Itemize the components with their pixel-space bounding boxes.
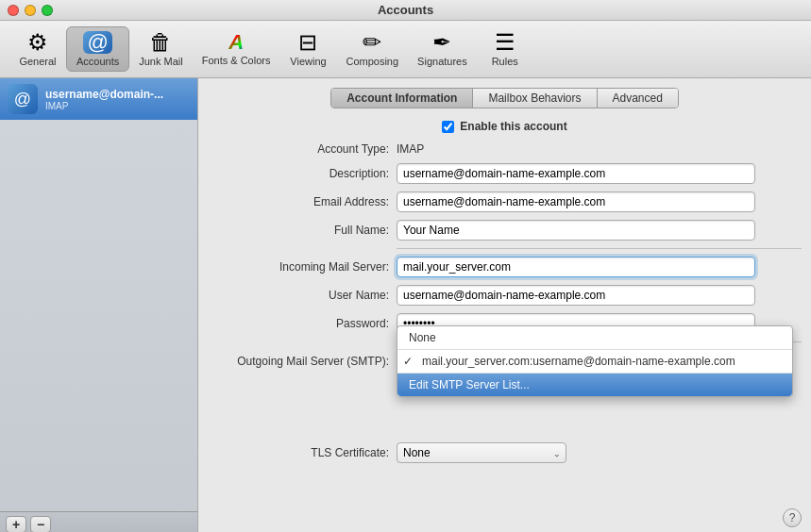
tls-row: TLS Certificate: None	[208, 442, 802, 463]
fullname-row: Full Name:	[208, 220, 802, 241]
description-label: Description:	[208, 167, 397, 180]
form-area: Account Type: IMAP Description: Email Ad…	[208, 142, 802, 527]
account-type-label: Account Type:	[208, 142, 397, 156]
tab-account-information[interactable]: Account Information	[331, 89, 473, 108]
signatures-label: Signatures	[417, 56, 467, 67]
smtp-server-option[interactable]: ✓ mail.your_server.com:username@domain-n…	[397, 350, 792, 373]
tab-bar: Account Information Mailbox Behaviors Ad…	[208, 88, 802, 108]
viewing-icon: ⊟	[298, 31, 317, 54]
smtp-area: Outgoing Mail Server (SMTP): Outgoing Ma…	[208, 350, 802, 363]
help-button[interactable]: ?	[783, 508, 802, 527]
edit-smtp-button[interactable]: Edit SMTP Server List...	[397, 374, 792, 396]
fonts-colors-label: Fonts & Colors	[202, 55, 271, 66]
rules-label: Rules	[492, 56, 518, 67]
remove-account-button[interactable]: −	[30, 516, 51, 532]
junk-mail-icon: 🗑	[149, 31, 172, 54]
email-row: Email Address:	[208, 191, 802, 212]
outgoing-server-label: Outgoing Mail Server (SMTP):	[208, 355, 397, 368]
toolbar-item-composing[interactable]: ✏ Composing	[336, 27, 408, 71]
tab-advanced[interactable]: Advanced	[598, 89, 678, 108]
enable-row: Enable this account	[208, 120, 802, 133]
smtp-form-row: Outgoing Mail Server (SMTP): None ✓ mail…	[208, 325, 802, 397]
toolbar-item-fonts-colors[interactable]: A Fonts & Colors	[193, 28, 280, 70]
composing-label: Composing	[346, 56, 398, 67]
account-type-row: Account Type: IMAP	[208, 142, 802, 156]
fonts-colors-icon: A	[228, 32, 244, 53]
accounts-label: Accounts	[76, 56, 119, 67]
account-type-value: IMAP	[397, 142, 424, 156]
incoming-server-row: Incoming Mail Server:	[208, 257, 802, 277]
description-input[interactable]	[397, 163, 755, 184]
tls-label: TLS Certificate:	[208, 446, 397, 459]
none-label: None	[409, 331, 436, 344]
viewing-label: Viewing	[290, 56, 326, 67]
sidebar: @ username@domain-... IMAP + −	[0, 78, 198, 532]
junk-mail-label: Junk Mail	[139, 56, 182, 67]
email-label: Email Address:	[208, 195, 397, 208]
main-layout: @ username@domain-... IMAP + − Account I…	[0, 78, 811, 532]
account-name: username@domain-...	[45, 88, 190, 101]
toolbar: ⚙ General @ Accounts 🗑 Junk Mail A Fonts…	[0, 21, 811, 78]
tls-select[interactable]: None	[397, 442, 566, 463]
account-icon: @	[8, 84, 38, 114]
sidebar-footer: + −	[0, 511, 197, 532]
toolbar-item-viewing[interactable]: ⊟ Viewing	[279, 27, 336, 71]
description-row: Description:	[208, 163, 802, 184]
tab-group: Account Information Mailbox Behaviors Ad…	[330, 88, 679, 108]
smtp-dropdown-menu: None ✓ mail.your_server.com:username@dom…	[397, 325, 793, 397]
add-account-button[interactable]: +	[6, 516, 26, 532]
window-title: Accounts	[378, 3, 433, 17]
tab-mailbox-behaviors[interactable]: Mailbox Behaviors	[473, 89, 597, 108]
server-option-label: mail.your_server.com:username@domain-nam…	[422, 355, 735, 368]
separator-1	[397, 248, 802, 249]
account-type-badge: IMAP	[45, 101, 190, 111]
minimize-button[interactable]	[25, 5, 36, 16]
fullname-label: Full Name:	[208, 224, 397, 237]
enable-label: Enable this account	[460, 120, 566, 133]
fullname-input[interactable]	[397, 220, 755, 241]
toolbar-item-general[interactable]: ⚙ General	[9, 27, 66, 71]
toolbar-item-junk-mail[interactable]: 🗑 Junk Mail	[129, 27, 192, 71]
title-bar: Accounts	[0, 0, 811, 21]
incoming-server-label: Incoming Mail Server:	[208, 260, 397, 274]
smtp-none-option[interactable]: None	[397, 326, 792, 349]
smtp-dropdown-container: Outgoing Mail Server (SMTP): None ✓ mail…	[208, 325, 802, 405]
incoming-server-input[interactable]	[397, 257, 755, 277]
maximize-button[interactable]	[42, 5, 53, 16]
username-input[interactable]	[397, 285, 755, 306]
checkmark: ✓	[403, 355, 413, 368]
account-text: username@domain-... IMAP	[45, 88, 190, 111]
email-input[interactable]	[397, 191, 755, 212]
toolbar-item-accounts[interactable]: @ Accounts	[66, 26, 129, 72]
composing-icon: ✏	[363, 31, 381, 54]
toolbar-item-signatures[interactable]: ✒ Signatures	[408, 27, 477, 71]
content-area: Account Information Mailbox Behaviors Ad…	[198, 78, 811, 532]
rules-icon: ☰	[495, 31, 515, 54]
account-list: @ username@domain-... IMAP	[0, 78, 197, 511]
close-button[interactable]	[8, 5, 19, 16]
general-icon: ⚙	[27, 31, 48, 54]
signatures-icon: ✒	[432, 31, 451, 54]
toolbar-item-rules[interactable]: ☰ Rules	[477, 27, 533, 71]
enable-checkbox[interactable]	[442, 121, 454, 133]
sidebar-account-item[interactable]: @ username@domain-... IMAP	[0, 78, 197, 120]
tls-select-wrapper: None	[397, 442, 566, 463]
username-label: User Name:	[208, 289, 397, 302]
window-controls[interactable]	[8, 5, 53, 16]
username-row: User Name:	[208, 285, 802, 306]
accounts-icon: @	[83, 31, 111, 54]
general-label: General	[19, 56, 56, 67]
